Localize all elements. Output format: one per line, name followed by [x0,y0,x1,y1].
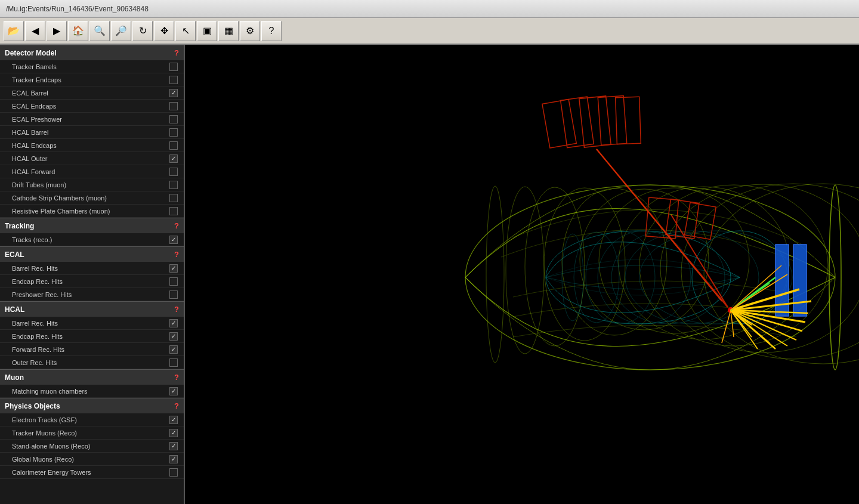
help-icon-tracking[interactable]: ? [174,221,179,230]
item-label: Resistive Plate Chambers (muon) [12,208,169,215]
filter-btn[interactable]: ▣ [197,21,217,41]
item-label: Outer Rec. Hits [12,359,169,366]
list-item: Global Muons (Reco) [0,453,184,466]
item-label: Tracker Barrels [12,63,169,70]
list-item: HCAL Forward [0,165,184,178]
item-checkbox[interactable] [169,168,178,176]
item-checkbox[interactable] [169,455,178,463]
list-item: Tracks (reco.) [0,233,184,246]
item-checkbox[interactable] [169,468,178,477]
item-label: Matching muon chambers [12,388,169,395]
list-item: HCAL Outer [0,152,184,165]
section-label-detector-model: Detector Model [5,49,57,57]
item-label: HCAL Forward [12,168,169,175]
item-label: Calorimeter Energy Towers [12,469,169,476]
zoom-out-btn[interactable]: 🔎 [111,21,131,41]
rotate-btn[interactable]: ↻ [132,21,153,41]
list-item: ECAL Preshower [0,113,184,126]
item-checkbox[interactable] [169,290,178,299]
help-icon-muon[interactable]: ? [174,373,179,382]
list-item: Forward Rec. Hits [0,343,184,356]
item-checkbox[interactable] [169,89,178,97]
settings-btn[interactable]: ⚙ [240,21,260,41]
item-label: Endcap Rec. Hits [12,278,169,285]
list-item: Matching muon chambers [0,385,184,398]
item-label: Tracker Endcaps [12,76,169,84]
section-header-hcal: HCAL? [0,301,184,317]
item-checkbox[interactable] [169,102,178,110]
item-checkbox[interactable] [169,416,178,424]
item-label: Forward Rec. Hits [12,346,169,353]
item-label: Cathode Strip Chambers (muon) [12,194,169,202]
item-checkbox[interactable] [169,345,178,354]
item-checkbox[interactable] [169,63,178,71]
item-label: Drift Tubes (muon) [12,181,169,188]
item-checkbox[interactable] [169,115,178,123]
item-checkbox[interactable] [169,319,178,327]
item-checkbox[interactable] [169,194,178,202]
item-label: ECAL Preshower [12,116,169,123]
section-header-detector-model: Detector Model? [0,45,184,60]
item-checkbox[interactable] [169,154,178,163]
item-label: Global Muons (Reco) [12,456,169,463]
item-label: HCAL Endcaps [12,142,169,149]
list-item: Calorimeter Energy Towers [0,466,184,479]
item-label: ECAL Endcaps [12,103,169,110]
svg-rect-27 [793,245,807,316]
item-checkbox[interactable] [169,358,178,367]
help-icon-ecal[interactable]: ? [174,250,179,259]
section-header-tracking: Tracking? [0,218,184,233]
home-btn[interactable]: 🏠 [68,21,88,41]
help-icon-hcal[interactable]: ? [174,305,179,314]
title-bar: /Mu.ig:Events/Run_146436/Event_90634848 [0,0,859,18]
list-item: Barrel Rec. Hits [0,262,184,275]
item-label: Tracker Muons (Reco) [12,429,169,437]
list-item: Tracker Barrels [0,60,184,73]
item-checkbox[interactable] [169,128,178,137]
item-checkbox[interactable] [169,236,178,244]
list-item: Stand-alone Muons (Reco) [0,440,184,453]
list-item: Electron Tracks (GSF) [0,413,184,426]
list-item: HCAL Barrel [0,126,184,139]
list-item: Resistive Plate Chambers (muon) [0,205,184,218]
toolbar: 📂◀▶🏠🔍🔎↻✥↖▣▦⚙? [0,18,859,45]
title-text: /Mu.ig:Events/Run_146436/Event_90634848 [6,5,149,13]
item-checkbox[interactable] [169,429,178,437]
3d-viewport[interactable]: y x z [185,45,859,504]
help-icon-detector-model[interactable]: ? [174,48,179,57]
item-label: Tracks (reco.) [12,236,169,243]
item-label: Endcap Rec. Hits [12,333,169,340]
prev-btn[interactable]: ◀ [25,21,45,41]
zoom-btn[interactable]: 🔍 [89,21,110,41]
list-item: Outer Rec. Hits [0,356,184,369]
select-btn[interactable]: ↖ [175,21,196,41]
list-item: Tracker Muons (Reco) [0,426,184,440]
item-checkbox[interactable] [169,332,178,341]
item-checkbox[interactable] [169,181,178,189]
item-checkbox[interactable] [169,442,178,450]
list-item: Drift Tubes (muon) [0,178,184,191]
section-label-physics-objects: Physics Objects [5,402,60,410]
help-icon-physics-objects[interactable]: ? [174,401,179,410]
item-checkbox[interactable] [169,387,178,395]
item-checkbox[interactable] [169,76,178,84]
section-header-muon: Muon? [0,369,184,385]
next-btn[interactable]: ▶ [47,21,67,41]
left-panel[interactable]: Detector Model?Tracker BarrelsTracker En… [0,45,185,504]
open-folder-btn[interactable]: 📂 [4,21,24,41]
section-label-tracking: Tracking [5,222,34,230]
help-btn[interactable]: ? [261,21,282,41]
item-label: Barrel Rec. Hits [12,265,169,272]
move-btn[interactable]: ✥ [154,21,174,41]
item-label: HCAL Barrel [12,129,169,136]
section-header-physics-objects: Physics Objects? [0,398,184,413]
item-label: Stand-alone Muons (Reco) [12,443,169,450]
item-checkbox[interactable] [169,207,178,215]
item-checkbox[interactable] [169,141,178,150]
list-item: Preshower Rec. Hits [0,288,184,301]
item-checkbox[interactable] [169,277,178,286]
layers-btn[interactable]: ▦ [218,21,239,41]
list-item: ECAL Barrel [0,86,184,100]
item-label: ECAL Barrel [12,89,169,97]
item-checkbox[interactable] [169,264,178,273]
